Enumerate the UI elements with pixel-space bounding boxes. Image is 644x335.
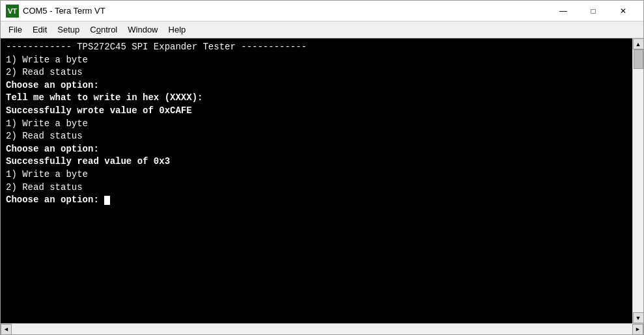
window-controls: — □ ✕ <box>548 1 638 21</box>
scroll-down-button[interactable]: ▼ <box>633 312 644 323</box>
window-title: COM5 - Tera Term VT <box>23 6 548 16</box>
scroll-right-button[interactable]: ► <box>632 324 643 335</box>
h-scroll-track[interactable] <box>12 324 632 334</box>
window: VT COM5 - Tera Term VT — □ ✕ File Edit S… <box>0 0 644 335</box>
close-button[interactable]: ✕ <box>608 1 638 21</box>
menu-control[interactable]: Control <box>85 23 122 37</box>
scroll-up-button[interactable]: ▲ <box>633 38 644 49</box>
scroll-track[interactable] <box>633 49 643 312</box>
maximize-button[interactable]: □ <box>578 1 608 21</box>
menu-bar: File Edit Setup Control Window Help <box>1 21 643 38</box>
title-bar: VT COM5 - Tera Term VT — □ ✕ <box>1 1 643 21</box>
app-icon: VT <box>6 5 19 18</box>
vertical-scrollbar[interactable]: ▲ ▼ <box>632 38 643 323</box>
menu-edit[interactable]: Edit <box>27 23 52 37</box>
minimize-button[interactable]: — <box>548 1 578 21</box>
scroll-thumb[interactable] <box>634 49 643 69</box>
menu-setup[interactable]: Setup <box>52 23 85 37</box>
menu-file[interactable]: File <box>3 23 27 37</box>
terminal-output[interactable]: ------------ TPS272C45 SPI Expander Test… <box>1 38 632 323</box>
main-area: ------------ TPS272C45 SPI Expander Test… <box>1 38 643 323</box>
terminal-line-1: ------------ TPS272C45 SPI Expander Test… <box>6 42 307 205</box>
horizontal-scrollbar[interactable]: ◄ ► <box>1 323 643 334</box>
menu-window[interactable]: Window <box>122 23 163 37</box>
cursor <box>104 196 110 205</box>
menu-help[interactable]: Help <box>163 23 191 37</box>
scroll-left-button[interactable]: ◄ <box>1 324 12 335</box>
